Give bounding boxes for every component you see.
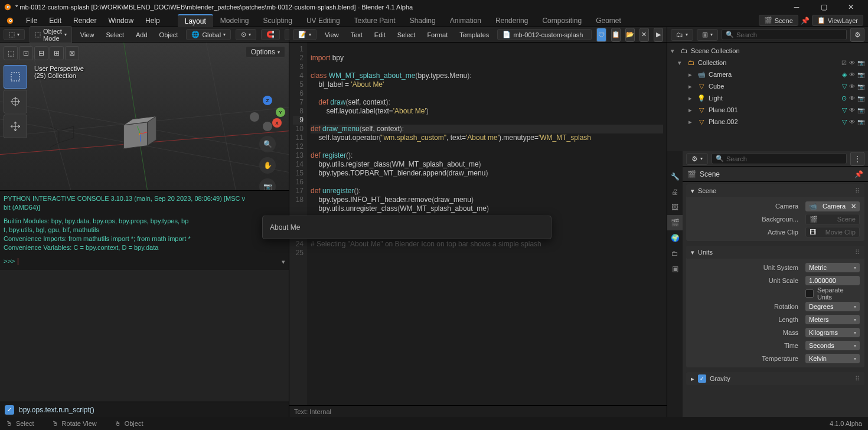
panel-units-hdr[interactable]: ▾Units⠿ bbox=[686, 246, 864, 259]
clip-field[interactable]: 🎞Movie Clip bbox=[805, 227, 860, 237]
open-text-icon[interactable]: 📂 bbox=[625, 28, 635, 42]
props-type-dropdown[interactable]: ⚙▾ bbox=[686, 153, 708, 165]
mass-dropdown[interactable]: Kilograms▾ bbox=[805, 328, 860, 337]
register-script-icon[interactable]: 🛡 bbox=[596, 28, 606, 42]
tool-move[interactable] bbox=[4, 115, 27, 138]
tool-select-box[interactable] bbox=[4, 65, 27, 89]
collapse-icon[interactable]: ▾ bbox=[282, 258, 285, 266]
menu-window[interactable]: Window bbox=[102, 15, 139, 27]
tree-item-plane1[interactable]: ▸▽ Plane.001▽ 👁📷 bbox=[667, 104, 868, 116]
eye-icon[interactable]: 👁 bbox=[849, 119, 855, 125]
pivot-dropdown[interactable]: ⊙▾ bbox=[236, 29, 256, 40]
tab-shading[interactable]: Shading bbox=[403, 15, 443, 27]
props-options-icon[interactable]: ⋮ bbox=[850, 152, 864, 166]
new-text-icon[interactable]: 📋 bbox=[611, 28, 621, 42]
props-search[interactable]: 🔍Search bbox=[712, 153, 847, 164]
render-icon[interactable]: 📷 bbox=[857, 60, 864, 66]
bg-field[interactable]: 🎬Scene bbox=[805, 214, 860, 225]
length-dropdown[interactable]: Meters▾ bbox=[805, 315, 860, 324]
run-script-icon[interactable]: ▶ bbox=[654, 28, 663, 42]
select-mode-btn-4[interactable]: ⊞ bbox=[50, 46, 64, 60]
unitscale-field[interactable]: 1.000000 bbox=[805, 276, 860, 285]
tab-rendering[interactable]: Rendering bbox=[488, 15, 535, 27]
render-icon[interactable]: 📷 bbox=[857, 107, 864, 113]
python-console[interactable]: PYTHON INTERACTIVE CONSOLE 3.10.13 (main… bbox=[0, 190, 289, 270]
tree-item-light[interactable]: ▸💡 Light⊙ 👁📷 bbox=[667, 92, 868, 104]
menu-help[interactable]: Help bbox=[139, 15, 166, 27]
menu-edit[interactable]: Edit bbox=[43, 15, 67, 27]
outliner-display-dropdown[interactable]: ⊞▾ bbox=[697, 29, 718, 41]
sepunits-checkbox[interactable] bbox=[805, 289, 814, 298]
outliner-type-dropdown[interactable]: 🗂▾ bbox=[671, 29, 693, 41]
maximize-button[interactable]: ▢ bbox=[810, 0, 837, 14]
te-menu-text[interactable]: Text bbox=[347, 30, 366, 40]
pin-icon[interactable]: 📌 bbox=[801, 17, 810, 25]
vp-menu-add[interactable]: Add bbox=[132, 30, 151, 40]
tab-compositing[interactable]: Compositing bbox=[535, 15, 589, 27]
tab-viewlayer[interactable]: 🖼 bbox=[667, 200, 683, 215]
tab-texture-paint[interactable]: Texture Paint bbox=[347, 15, 403, 27]
tab-render-props[interactable]: 🔧 bbox=[667, 169, 683, 184]
snap-dropdown[interactable]: 🧲 bbox=[261, 29, 280, 40]
eye-icon[interactable]: 👁 bbox=[849, 60, 855, 66]
pin-icon[interactable]: 📌 bbox=[854, 170, 863, 178]
close-button[interactable]: ✕ bbox=[837, 0, 864, 14]
panel-scene-hdr[interactable]: ▾Scene⠿ bbox=[686, 184, 864, 197]
editor-type-dropdown[interactable]: ⬚▾ bbox=[4, 29, 25, 40]
vp-options-dropdown[interactable]: Options▾ bbox=[246, 46, 285, 58]
text-editor-type-dropdown[interactable]: 📝▾ bbox=[293, 29, 316, 40]
tab-uv-editing[interactable]: UV Editing bbox=[299, 15, 347, 27]
tab-object[interactable]: ▣ bbox=[667, 261, 683, 276]
3d-viewport[interactable]: ⬚ ⊡ ⊟ ⊞ ⊠ User Perspective (25) Collecti… bbox=[0, 43, 289, 190]
orientation-dropdown[interactable]: 🌐Global▾ bbox=[186, 29, 231, 40]
select-mode-btn-5[interactable]: ⊠ bbox=[65, 46, 79, 60]
menu-render[interactable]: Render bbox=[67, 15, 102, 27]
tab-geometry[interactable]: Geomet bbox=[589, 15, 628, 27]
select-mode-btn-3[interactable]: ⊟ bbox=[34, 46, 48, 60]
te-menu-view[interactable]: View bbox=[321, 30, 342, 40]
blender-icon[interactable] bbox=[5, 15, 15, 26]
tab-collection[interactable]: 🗀 bbox=[667, 246, 683, 261]
render-icon[interactable]: 📷 bbox=[857, 95, 864, 102]
camera-view-icon[interactable]: 📷 bbox=[259, 178, 276, 190]
viewlayer-selector[interactable]: 📋ViewLayer bbox=[812, 15, 863, 26]
temp-dropdown[interactable]: Kelvin▾ bbox=[805, 354, 860, 363]
te-menu-edit[interactable]: Edit bbox=[371, 30, 389, 40]
text-file-selector[interactable]: 📄mb-0012-custom-splash bbox=[497, 29, 592, 40]
camera-field[interactable]: 📹Camera✕ bbox=[805, 201, 860, 211]
filter-icon[interactable]: ⚙ bbox=[850, 28, 864, 42]
eye-icon[interactable]: 👁 bbox=[849, 95, 855, 102]
te-menu-select[interactable]: Select bbox=[394, 30, 419, 40]
tab-layout[interactable]: Layout bbox=[178, 14, 213, 27]
tab-scene[interactable]: 🎬 bbox=[667, 215, 683, 230]
tree-item-camera[interactable]: ▸📹 Camera◈ 👁📷 bbox=[667, 69, 868, 80]
unlink-text-icon[interactable]: ✕ bbox=[639, 28, 649, 42]
time-dropdown[interactable]: Seconds▾ bbox=[805, 341, 860, 350]
panel-gravity-hdr[interactable]: ▸✓Gravity⠿ bbox=[686, 372, 864, 385]
minimize-button[interactable]: ─ bbox=[783, 0, 810, 14]
tab-animation[interactable]: Animation bbox=[443, 15, 488, 27]
eye-icon[interactable]: 👁 bbox=[849, 71, 855, 78]
tree-scene-collection[interactable]: ▾🗀 Scene Collection bbox=[667, 45, 868, 57]
tab-world[interactable]: 🌍 bbox=[667, 230, 683, 246]
tree-item-cube[interactable]: ▸▽ Cube▽ 👁📷 bbox=[667, 80, 868, 92]
unitsys-dropdown[interactable]: Metric▾ bbox=[805, 263, 860, 272]
vp-menu-view[interactable]: View bbox=[77, 30, 98, 40]
mode-dropdown[interactable]: ⬚Object Mode▾ bbox=[30, 26, 72, 44]
menu-file[interactable]: File bbox=[20, 15, 43, 27]
zoom-icon[interactable]: 🔍 bbox=[259, 136, 276, 152]
vp-menu-object[interactable]: Object bbox=[156, 30, 182, 40]
tab-sculpting[interactable]: Sculpting bbox=[256, 15, 299, 27]
eye-icon[interactable]: 👁 bbox=[849, 107, 855, 113]
gravity-checkbox[interactable]: ✓ bbox=[698, 374, 706, 383]
tab-modeling[interactable]: Modeling bbox=[213, 15, 256, 27]
pan-icon[interactable]: ✋ bbox=[259, 157, 276, 174]
render-icon[interactable]: 📷 bbox=[857, 83, 864, 90]
scene-selector[interactable]: 🎬Scene bbox=[759, 15, 798, 26]
tree-collection[interactable]: ▾🗀 Collection ☑👁📷 bbox=[667, 57, 868, 69]
nav-gizmo[interactable]: Z Y X bbox=[250, 96, 285, 131]
render-icon[interactable]: 📷 bbox=[857, 71, 864, 78]
select-mode-btn[interactable]: ⬚ bbox=[4, 46, 18, 60]
te-menu-templates[interactable]: Templates bbox=[456, 30, 492, 40]
tab-output[interactable]: 🖨 bbox=[667, 184, 683, 200]
